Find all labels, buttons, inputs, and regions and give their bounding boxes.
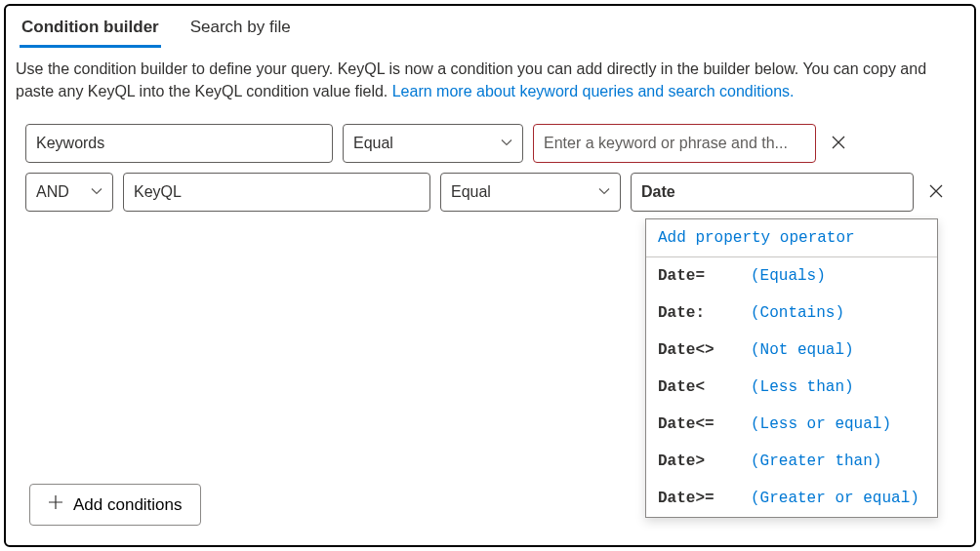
- dropdown-item-greater-than[interactable]: Date> (Greater than): [646, 443, 937, 480]
- operator-label: Equal: [353, 135, 393, 152]
- tab-search-by-file[interactable]: Search by file: [188, 12, 293, 48]
- remove-row-2-button[interactable]: [923, 181, 949, 204]
- condition-row-2: AND KeyQL Equal: [25, 173, 960, 212]
- learn-more-link[interactable]: Learn more about keyword queries and sea…: [392, 83, 795, 99]
- tab-condition-builder[interactable]: Condition builder: [20, 12, 161, 48]
- logic-select[interactable]: AND: [25, 173, 113, 212]
- chevron-down-icon: [598, 183, 610, 201]
- op-desc: (Less or equal): [751, 415, 891, 433]
- value-input-1[interactable]: Enter a keyword or phrase and th...: [533, 124, 816, 163]
- value-input-field[interactable]: [641, 183, 903, 201]
- op-desc: (Greater than): [751, 453, 881, 470]
- condition-rows: Keywords Equal Enter a keyword or phrase…: [6, 106, 974, 212]
- op-key: Date=: [658, 267, 751, 285]
- add-conditions-button[interactable]: Add conditions: [29, 484, 201, 526]
- description-text: Use the condition builder to define your…: [6, 48, 974, 106]
- value-input-2-wrap: [631, 173, 914, 212]
- logic-label: AND: [36, 183, 69, 201]
- op-key: Date:: [658, 304, 751, 322]
- dropdown-item-not-equal[interactable]: Date<> (Not equal): [646, 332, 937, 369]
- op-key: Date>=: [658, 490, 751, 507]
- value-input-2[interactable]: [631, 173, 914, 212]
- property-select-keywords[interactable]: Keywords: [25, 124, 333, 163]
- add-conditions-label: Add conditions: [73, 495, 183, 515]
- operator-select-1[interactable]: Equal: [343, 124, 523, 163]
- op-desc: (Equals): [751, 267, 826, 285]
- operator-dropdown: Add property operator Date= (Equals) Dat…: [645, 218, 938, 518]
- property-select-keyql[interactable]: KeyQL: [123, 173, 430, 212]
- dropdown-item-less-than[interactable]: Date< (Less than): [646, 369, 937, 406]
- op-desc: (Contains): [751, 304, 844, 322]
- dropdown-item-equals[interactable]: Date= (Equals): [646, 257, 937, 295]
- dropdown-item-less-or-equal[interactable]: Date<= (Less or equal): [646, 406, 937, 443]
- operator-select-2[interactable]: Equal: [440, 173, 621, 212]
- op-desc: (Less than): [751, 378, 854, 396]
- op-key: Date<=: [658, 415, 751, 433]
- condition-builder-panel: Condition builder Search by file Use the…: [4, 4, 976, 547]
- plus-icon: [48, 494, 63, 515]
- condition-row-1: Keywords Equal Enter a keyword or phrase…: [25, 124, 960, 163]
- dropdown-item-contains[interactable]: Date: (Contains): [646, 295, 937, 332]
- op-desc: (Greater or equal): [751, 490, 919, 507]
- tabs: Condition builder Search by file: [6, 6, 974, 48]
- op-desc: (Not equal): [751, 341, 854, 359]
- operator-label: Equal: [451, 183, 491, 201]
- dropdown-header: Add property operator: [646, 219, 937, 257]
- op-key: Date<>: [658, 341, 751, 359]
- dropdown-item-greater-or-equal[interactable]: Date>= (Greater or equal): [646, 480, 937, 517]
- remove-row-1-button[interactable]: [826, 133, 851, 155]
- property-label: KeyQL: [134, 183, 182, 201]
- op-key: Date<: [658, 378, 751, 396]
- chevron-down-icon: [91, 183, 102, 201]
- property-label: Keywords: [36, 135, 104, 152]
- value-placeholder: Enter a keyword or phrase and th...: [544, 135, 788, 152]
- op-key: Date>: [658, 453, 751, 470]
- chevron-down-icon: [501, 135, 512, 152]
